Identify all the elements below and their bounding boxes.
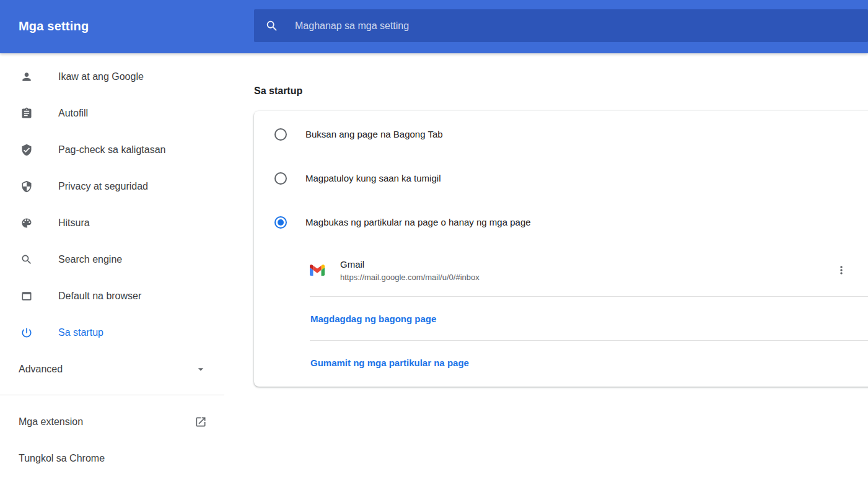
sidebar-item-label: Hitsura [58, 217, 90, 229]
add-new-page-label: Magdagdag ng bagong page [310, 314, 436, 324]
gmail-icon [310, 265, 325, 276]
chevron-down-icon [195, 363, 207, 375]
browser-window-icon [20, 290, 33, 302]
sidebar-item-label: Ikaw at ang Google [58, 71, 144, 82]
startup-page-row: Gmail https://mail.google.com/mail/u/0/#… [254, 244, 868, 296]
sidebar-item-you-and-google[interactable]: Ikaw at ang Google [0, 64, 224, 89]
use-current-pages-button[interactable]: Gumamit ng mga partikular na page [254, 341, 868, 384]
sidebar-advanced-toggle[interactable]: Advanced [0, 357, 224, 382]
startup-page-url: https://mail.google.com/mail/u/0/#inbox [340, 273, 830, 282]
power-icon [20, 327, 33, 339]
on-startup-card: Buksan ang page na Bagong Tab Magpatuloy… [254, 111, 868, 387]
settings-main: Sa startup Buksan ang page na Bagong Tab… [224, 53, 868, 487]
search-input[interactable] [295, 20, 862, 32]
section-title: Sa startup [254, 84, 868, 98]
settings-sidebar: Ikaw at ang Google Autofill Pag-check sa… [0, 53, 224, 471]
startup-page-title: Gmail [340, 259, 830, 270]
sidebar-item-extensions[interactable]: Mga extension [0, 410, 224, 434]
sidebar-item-label: Sa startup [58, 327, 103, 338]
radio-option-open-specific-pages[interactable]: Magbukas ng partikular na page o hanay n… [254, 200, 868, 244]
autofill-clipboard-icon [20, 107, 33, 120]
sidebar-item-safety-check[interactable]: Pag-check sa kaligtasan [0, 138, 224, 162]
person-icon [20, 71, 33, 83]
radio-option-open-new-tab[interactable]: Buksan ang page na Bagong Tab [254, 112, 868, 156]
radio-option-label: Magbukas ng partikular na page o hanay n… [305, 217, 531, 227]
sidebar-item-label: Autofill [58, 108, 88, 119]
use-current-pages-label: Gumamit ng mga partikular na page [310, 358, 469, 368]
sidebar-item-label: Pag-check sa kaligtasan [58, 144, 165, 156]
page-title: Mga setting [19, 19, 89, 33]
sidebar-item-about-chrome[interactable]: Tungkol sa Chrome [0, 446, 224, 471]
sidebar-item-label: Search engine [58, 254, 122, 265]
open-in-new-icon [195, 416, 207, 428]
radio-option-label: Buksan ang page na Bagong Tab [305, 129, 443, 139]
add-new-page-button[interactable]: Magdagdag ng bagong page [254, 297, 868, 340]
sidebar-item-default-browser[interactable]: Default na browser [0, 284, 224, 309]
sidebar-item-label: Privacy at seguridad [58, 181, 148, 192]
radio-option-label: Magpatuloy kung saan ka tumigil [305, 173, 441, 183]
radio-button-checked[interactable] [274, 216, 287, 229]
settings-header: Mga setting [0, 0, 868, 53]
advanced-label: Advanced [19, 364, 63, 375]
sidebar-item-label: Default na browser [58, 291, 141, 302]
sidebar-item-appearance[interactable]: Hitsura [0, 211, 224, 235]
settings-search[interactable] [254, 9, 868, 42]
radio-button[interactable] [274, 128, 287, 141]
sidebar-item-search-engine[interactable]: Search engine [0, 247, 224, 272]
radio-button[interactable] [274, 172, 287, 185]
extensions-label: Mga extension [19, 416, 83, 428]
sidebar-item-autofill[interactable]: Autofill [0, 101, 224, 126]
radio-option-continue-where-left-off[interactable]: Magpatuloy kung saan ka tumigil [254, 156, 868, 200]
sidebar-item-privacy[interactable]: Privacy at seguridad [0, 174, 224, 199]
search-icon [20, 253, 33, 266]
privacy-shield-icon [20, 180, 33, 193]
about-chrome-label: Tungkol sa Chrome [19, 453, 105, 464]
safety-check-shield-icon [20, 144, 33, 156]
palette-icon [20, 217, 33, 229]
search-icon [265, 19, 279, 33]
startup-page-info: Gmail https://mail.google.com/mail/u/0/#… [340, 259, 830, 282]
sidebar-item-on-startup[interactable]: Sa startup [0, 320, 224, 345]
sidebar-divider [0, 395, 224, 395]
kebab-menu-icon[interactable] [830, 259, 853, 281]
